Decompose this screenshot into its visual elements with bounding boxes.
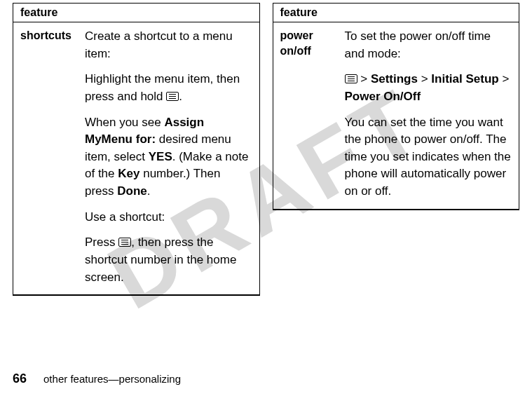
page-content: feature shortcuts Create a shortcut to a…	[0, 0, 532, 296]
key-label: Key	[118, 167, 139, 180]
text: .	[179, 90, 182, 103]
done-label: Done	[117, 184, 147, 198]
text: When you see	[85, 116, 164, 129]
footer-text: other features—personalizing	[43, 373, 181, 385]
power-content: To set the power on/off time and mode: >…	[343, 22, 519, 209]
left-header: feature	[20, 6, 57, 18]
left-body-row: shortcuts Create a shortcut to a menu it…	[13, 22, 259, 295]
power-p2: > Settings > Initial Setup > Power On/Of…	[345, 71, 512, 105]
left-header-row: feature	[13, 4, 259, 22]
power-p1: To set the power on/off time and mode:	[345, 28, 512, 62]
page-number: 66	[13, 371, 27, 386]
power-p3: You can set the time you want the phone …	[345, 114, 512, 200]
text: >	[357, 72, 371, 86]
left-table: feature shortcuts Create a shortcut to a…	[13, 3, 260, 296]
page-footer: 66 other features—personalizing	[13, 371, 181, 386]
menu-icon	[166, 92, 179, 101]
right-header-row: feature	[273, 4, 519, 22]
shortcuts-p1: Create a shortcut to a menu item:	[85, 28, 252, 62]
shortcuts-content: Create a shortcut to a menu item: Highli…	[83, 22, 259, 294]
shortcuts-p3: When you see Assign MyMenu for: desired …	[85, 114, 252, 200]
text: .	[147, 184, 151, 198]
shortcuts-p4: Use a shortcut:	[85, 209, 252, 226]
menu-icon	[118, 238, 131, 247]
power-onoff-label: Power On/Off	[345, 90, 421, 103]
text: Press	[85, 235, 118, 249]
shortcuts-label: shortcuts	[13, 22, 83, 294]
menu-icon	[345, 74, 357, 83]
power-label: power on/off	[273, 22, 343, 209]
right-table: feature power on/off To set the power on…	[273, 3, 520, 210]
text: >	[499, 72, 510, 86]
right-body-row: power on/off To set the power on/off tim…	[273, 22, 519, 210]
yes-label: YES	[149, 150, 172, 163]
settings-label: Settings	[371, 72, 418, 86]
text: Highlight the menu item, then press and …	[85, 72, 240, 103]
text: >	[418, 72, 431, 86]
right-header: feature	[280, 6, 318, 18]
shortcuts-p2: Highlight the menu item, then press and …	[85, 71, 252, 105]
shortcuts-p5: Press , then press the shortcut number i…	[85, 234, 252, 286]
initial-setup-label: Initial Setup	[431, 72, 498, 86]
